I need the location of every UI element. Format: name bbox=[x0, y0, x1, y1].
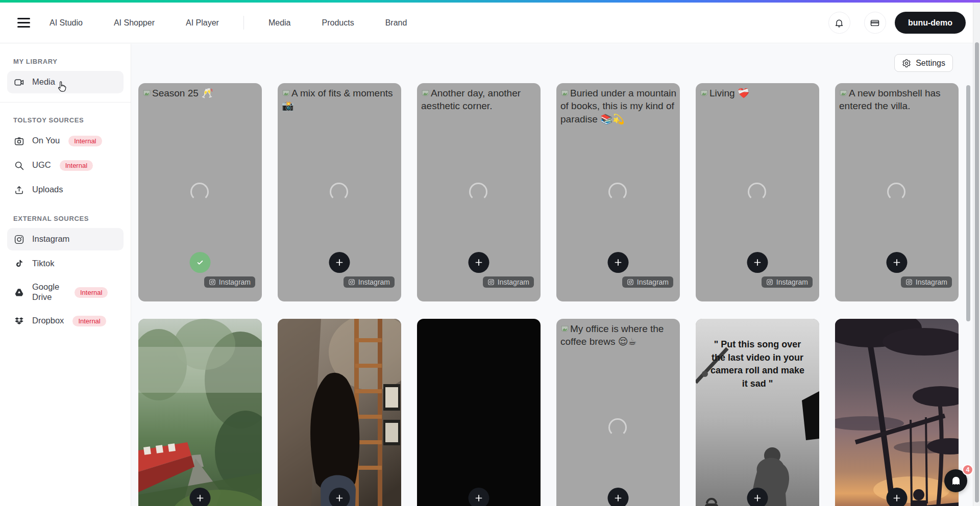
add-media-button[interactable] bbox=[608, 488, 629, 506]
app-window: AI Studio AI Shopper AI Player Media Pro… bbox=[0, 0, 980, 506]
source-badge-label: Instagram bbox=[498, 278, 529, 286]
plus-icon bbox=[335, 258, 345, 267]
account-button[interactable]: bunu-demo bbox=[895, 12, 966, 34]
sidebar-item-tiktok[interactable]: Tiktok bbox=[7, 252, 124, 275]
source-badge: Instagram bbox=[762, 276, 813, 288]
media-caption: A mix of fits & moments 📸 bbox=[282, 87, 399, 113]
loading-spinner bbox=[608, 183, 627, 201]
content-scrollbar-thumb[interactable] bbox=[966, 85, 970, 321]
sidebar-section-tolstoy-sources: TOLSTOY SOURCES bbox=[13, 116, 117, 124]
sidebar-item-label: On You bbox=[32, 136, 60, 146]
added-check-button[interactable] bbox=[190, 252, 211, 273]
sidebar-item-label: Tiktok bbox=[32, 259, 54, 269]
media-card[interactable] bbox=[835, 319, 959, 506]
internal-badge: Internal bbox=[60, 160, 93, 171]
sidebar-item-google-drive[interactable]: Google Drive Internal bbox=[7, 277, 124, 308]
media-card[interactable] bbox=[417, 319, 541, 506]
instagram-icon bbox=[905, 279, 913, 286]
plus-icon bbox=[614, 258, 623, 267]
chat-widget-button[interactable]: 4 bbox=[944, 469, 967, 492]
sidebar-item-on-you[interactable]: On You Internal bbox=[7, 130, 124, 152]
google-drive-icon bbox=[14, 287, 24, 298]
loading-spinner bbox=[748, 183, 766, 201]
nav-link-ai-shopper[interactable]: AI Shopper bbox=[114, 18, 155, 28]
internal-badge: Internal bbox=[75, 287, 108, 298]
media-caption: Living ❤️‍🩹 bbox=[700, 87, 817, 99]
media-card[interactable]: Season 25 🥂 Instagram bbox=[138, 83, 262, 301]
sidebar-item-media[interactable]: Media bbox=[7, 71, 124, 93]
internal-badge: Internal bbox=[72, 316, 106, 326]
source-badge: Instagram bbox=[344, 276, 395, 288]
sidebar-item-uploads[interactable]: Uploads bbox=[7, 179, 124, 201]
instagram-icon bbox=[14, 234, 24, 245]
add-media-button[interactable] bbox=[747, 488, 768, 506]
plus-icon bbox=[614, 493, 623, 503]
sidebar-item-label: Media bbox=[32, 77, 55, 87]
loading-spinner bbox=[887, 183, 905, 201]
add-media-button[interactable] bbox=[887, 488, 908, 506]
nav-link-products[interactable]: Products bbox=[322, 18, 354, 28]
upload-icon bbox=[14, 185, 24, 195]
add-media-button[interactable] bbox=[887, 252, 908, 273]
nav-link-ai-player[interactable]: AI Player bbox=[186, 18, 219, 28]
sidebar-divider bbox=[0, 102, 131, 103]
plus-icon bbox=[892, 493, 902, 503]
media-card[interactable]: Buried under a mountain of books, this i… bbox=[556, 83, 680, 301]
plus-icon bbox=[195, 493, 205, 503]
add-media-button[interactable] bbox=[469, 252, 489, 273]
media-card[interactable]: Another day, another aesthetic corner. I… bbox=[417, 83, 541, 301]
sidebar-item-dropbox[interactable]: Dropbox Internal bbox=[7, 310, 124, 332]
media-card[interactable] bbox=[278, 319, 401, 506]
plus-icon bbox=[753, 258, 763, 267]
instagram-icon bbox=[766, 279, 773, 286]
add-media-button[interactable] bbox=[747, 252, 768, 273]
media-caption: Season 25 🥂 bbox=[142, 87, 259, 99]
sidebar-section-my-library: MY LIBRARY bbox=[13, 58, 117, 65]
nav-link-ai-studio[interactable]: AI Studio bbox=[50, 18, 83, 28]
broken-image-icon bbox=[560, 89, 569, 97]
sidebar-item-instagram[interactable]: Instagram bbox=[7, 228, 124, 250]
media-card[interactable] bbox=[138, 319, 262, 506]
camera-icon bbox=[14, 136, 24, 146]
loading-spinner bbox=[190, 183, 209, 201]
dropbox-icon bbox=[14, 316, 24, 326]
media-card[interactable]: My office is where the coffee brews 😌☕ bbox=[556, 319, 680, 506]
instagram-icon bbox=[348, 279, 355, 286]
settings-button[interactable]: Settings bbox=[894, 54, 953, 72]
media-card[interactable]: A new bombshell has entered the villa. I… bbox=[835, 83, 959, 301]
instagram-icon bbox=[209, 279, 216, 286]
tolstoy-ghost-icon bbox=[949, 474, 963, 488]
source-badge: Instagram bbox=[483, 276, 534, 288]
nav-link-brand[interactable]: Brand bbox=[385, 18, 407, 28]
source-badge-label: Instagram bbox=[776, 278, 808, 286]
add-media-button[interactable] bbox=[329, 488, 350, 506]
source-badge-label: Instagram bbox=[916, 278, 947, 286]
sidebar-item-label: Uploads bbox=[32, 185, 63, 195]
nav-divider bbox=[243, 16, 244, 30]
media-card[interactable]: " Put this song over the last video in y… bbox=[696, 319, 819, 506]
settings-button-label: Settings bbox=[916, 59, 945, 68]
video-overlay-text: " Put this song over the last video in y… bbox=[707, 338, 808, 390]
sidebar-item-ugc[interactable]: UGC Internal bbox=[7, 154, 124, 176]
billing-button[interactable] bbox=[864, 12, 886, 34]
hamburger-menu-button[interactable] bbox=[17, 18, 30, 28]
plus-icon bbox=[474, 258, 484, 267]
window-scrollbar-thumb[interactable] bbox=[975, 42, 979, 502]
add-media-button[interactable] bbox=[469, 488, 489, 506]
media-card[interactable]: Living ❤️‍🩹 Instagram bbox=[696, 83, 819, 301]
source-badge-label: Instagram bbox=[358, 278, 390, 286]
sunset-palms-photo bbox=[835, 319, 959, 506]
add-media-button[interactable] bbox=[190, 488, 211, 506]
media-caption: Buried under a mountain of books, this i… bbox=[560, 87, 677, 125]
source-badge: Instagram bbox=[204, 276, 255, 288]
notifications-button[interactable] bbox=[828, 12, 850, 34]
add-media-button[interactable] bbox=[329, 252, 350, 273]
gear-icon bbox=[902, 59, 911, 68]
loading-spinner bbox=[330, 183, 348, 201]
nav-link-media[interactable]: Media bbox=[268, 18, 291, 28]
media-caption: Another day, another aesthetic corner. bbox=[421, 87, 538, 113]
source-badge: Instagram bbox=[901, 276, 952, 288]
window-scrollbar-track[interactable] bbox=[973, 3, 980, 506]
add-media-button[interactable] bbox=[608, 252, 629, 273]
media-card[interactable]: A mix of fits & moments 📸 Instagram bbox=[278, 83, 401, 301]
